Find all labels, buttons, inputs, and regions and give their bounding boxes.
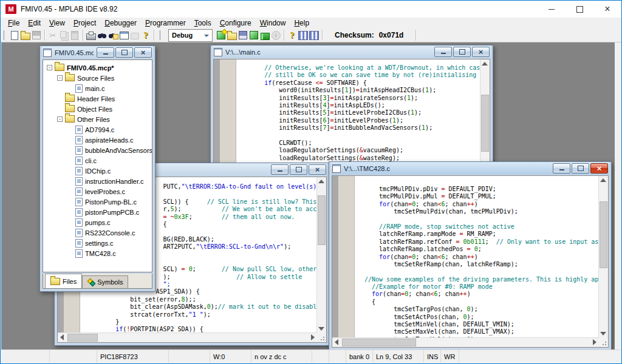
- scrollbar-thumb[interactable]: [481, 95, 489, 152]
- tree-item[interactable]: PistonPump-BL.c: [43, 197, 152, 207]
- tree-item[interactable]: pistonPumpPCB.c: [43, 207, 152, 217]
- menu-tools[interactable]: Tools: [190, 18, 216, 28]
- expand-toggle-icon[interactable]: -: [57, 116, 63, 122]
- scroll-down-icon[interactable]: [600, 332, 606, 335]
- new-file-icon[interactable]: [9, 30, 20, 41]
- find-in-files-icon[interactable]: [108, 30, 118, 41]
- menu-edit[interactable]: Edit: [24, 18, 45, 28]
- tab-files[interactable]: Files: [45, 274, 82, 288]
- child-close-button[interactable]: [472, 47, 490, 57]
- find-icon[interactable]: [97, 30, 108, 41]
- tree-item[interactable]: Object Files: [43, 104, 152, 114]
- build-icon[interactable]: [248, 30, 259, 41]
- save-workspace-icon[interactable]: [238, 30, 248, 41]
- cut-icon[interactable]: [47, 30, 58, 41]
- help-icon[interactable]: [140, 30, 151, 41]
- horizontal-scrollbar[interactable]: [58, 332, 317, 342]
- resize-grip[interactable]: [599, 338, 608, 347]
- print-icon[interactable]: [86, 30, 97, 41]
- menu-project[interactable]: Project: [69, 18, 100, 28]
- child-minimize-button[interactable]: [271, 164, 289, 175]
- child-close-button[interactable]: [309, 164, 326, 175]
- tmc-code[interactable]: tmcPMulPDiv.pDiv = DEFAULT_PDIV; tmcPMul…: [355, 176, 598, 347]
- tree-item[interactable]: main.c: [43, 83, 152, 93]
- tree-item[interactable]: Header Files: [43, 93, 152, 104]
- build-all-icon[interactable]: [259, 30, 270, 41]
- status-segment: [50, 350, 97, 363]
- minimize-button[interactable]: [538, 1, 566, 18]
- project-window-titlebar[interactable]: FMIV0.45.mcw: [42, 46, 153, 59]
- menu-file[interactable]: File: [4, 18, 24, 28]
- child-close-button[interactable]: [590, 163, 608, 174]
- maximize-button[interactable]: [566, 1, 593, 18]
- editor-main-titlebar[interactable]: V:\...\main.c: [213, 46, 491, 58]
- save-file-icon[interactable]: [31, 30, 42, 41]
- close-button[interactable]: [593, 1, 621, 18]
- tree-item[interactable]: pumps.c: [43, 217, 152, 228]
- copy-icon[interactable]: [58, 30, 69, 41]
- menu-help[interactable]: Help: [290, 18, 313, 28]
- child-maximize-button[interactable]: [572, 163, 589, 174]
- vertical-scrollbar[interactable]: [316, 177, 326, 333]
- child-minimize-button[interactable]: [553, 163, 570, 174]
- scrollbar-thumb[interactable]: [67, 334, 98, 342]
- child-maximize-button[interactable]: [290, 164, 307, 175]
- toolbar-grip[interactable]: [159, 30, 163, 40]
- tree-item[interactable]: levelProbes.c: [43, 186, 152, 197]
- tree-item[interactable]: TMC428.c: [43, 248, 152, 258]
- new-project-icon[interactable]: [216, 30, 227, 41]
- paste-icon[interactable]: [69, 30, 80, 41]
- open-workspace-icon[interactable]: [227, 30, 238, 41]
- editor-tmc-titlebar[interactable]: V:\...\TMC428.c: [331, 162, 609, 175]
- program-target-icon[interactable]: [298, 30, 309, 41]
- scroll-left-icon[interactable]: [60, 334, 64, 340]
- scroll-left-icon[interactable]: [335, 339, 338, 345]
- editor-gutter[interactable]: [332, 176, 355, 347]
- scroll-up-icon[interactable]: [482, 62, 488, 66]
- child-minimize-button[interactable]: [434, 47, 452, 57]
- tree-item[interactable]: bubbleAndVacSensors.c: [43, 145, 152, 155]
- menu-window[interactable]: Window: [256, 18, 290, 28]
- tree-item[interactable]: cli.c: [43, 155, 152, 166]
- tree-item[interactable]: AD7994.c: [43, 124, 152, 135]
- scrollbar-thumb[interactable]: [318, 195, 326, 245]
- child-minimize-button[interactable]: [97, 47, 114, 58]
- horizontal-scrollbar[interactable]: [332, 337, 599, 347]
- vertical-scrollbar[interactable]: [598, 176, 608, 338]
- title-bar[interactable]: M FMIV0.45 - MPLAB IDE v8.92: [1, 1, 621, 18]
- expand-toggle-icon[interactable]: -: [47, 65, 52, 70]
- child-maximize-button[interactable]: [453, 47, 471, 57]
- tree-item[interactable]: aspirateHeads.c: [43, 135, 152, 145]
- child-maximize-button[interactable]: [115, 47, 133, 58]
- scroll-up-icon[interactable]: [318, 180, 324, 183]
- toolbar-grip[interactable]: [3, 30, 7, 40]
- scroll-down-icon[interactable]: [318, 327, 324, 331]
- scroll-right-icon[interactable]: [593, 339, 596, 345]
- help-topics-icon[interactable]: [287, 30, 298, 41]
- tab-symbols[interactable]: Symbols: [82, 275, 128, 288]
- scrollbar-thumb[interactable]: [342, 339, 416, 346]
- resize-grip[interactable]: [317, 333, 326, 342]
- read-target-icon[interactable]: [309, 30, 320, 41]
- build-config-select[interactable]: Debug: [168, 29, 213, 42]
- tree-item[interactable]: RS232Console.c: [43, 228, 152, 238]
- scroll-right-icon[interactable]: [311, 334, 315, 340]
- child-close-button[interactable]: [134, 47, 152, 58]
- open-file-icon[interactable]: [20, 30, 31, 41]
- scroll-up-icon[interactable]: [600, 178, 606, 182]
- scrollbar-thumb[interactable]: [600, 201, 607, 268]
- tree-item[interactable]: -Source Files: [43, 73, 152, 83]
- menu-programmer[interactable]: Programmer: [141, 18, 190, 28]
- tree-item[interactable]: IDChip.c: [43, 166, 152, 176]
- menu-debugger[interactable]: Debugger: [100, 18, 141, 28]
- tree-item[interactable]: instructionHandler.c: [43, 176, 152, 186]
- menu-view[interactable]: View: [45, 18, 69, 28]
- notes-icon[interactable]: [129, 30, 140, 41]
- goto-locator-icon[interactable]: [118, 30, 129, 41]
- tree-item[interactable]: -Other Files: [43, 114, 152, 124]
- menu-configure[interactable]: Configure: [216, 18, 256, 28]
- tree-item[interactable]: settings.c: [43, 238, 152, 248]
- project-info-icon[interactable]: [270, 30, 281, 41]
- expand-toggle-icon[interactable]: -: [57, 75, 63, 81]
- tree-item[interactable]: -FMIV0.45.mcp*: [43, 62, 152, 73]
